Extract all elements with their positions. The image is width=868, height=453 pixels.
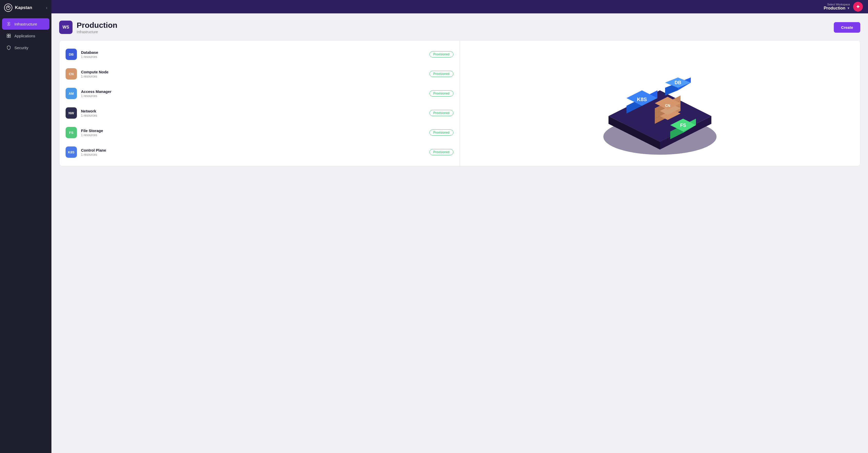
resource-item[interactable]: K8S Control Plane 1 resources Provisione… [59,142,460,162]
page-header: WS Production Infrastructure Create [59,21,860,34]
sidebar-nav: Infrastructure Applications [0,16,52,56]
avatar[interactable]: ✚ [853,2,863,11]
page-subtitle: Infrastructure [76,30,117,34]
provisioned-badge: Provisioned [430,71,454,77]
resource-icon-cn: CN [66,68,77,80]
resource-icon-fs: FS [66,127,77,138]
applications-icon [6,33,11,38]
resource-count: 1 resources [81,55,425,59]
resource-info: Control Plane 1 resources [81,148,425,157]
page-header-left: WS Production Infrastructure [59,21,117,34]
ws-badge: WS [59,21,72,34]
resource-name: File Storage [81,129,425,133]
svg-text:DB: DB [675,80,681,85]
provisioned-badge: Provisioned [430,149,454,155]
resource-info: Database 1 resources [81,50,425,59]
sidebar-item-security[interactable]: Security [2,42,50,53]
resource-info: File Storage 1 resources [81,129,425,137]
brand-logo [4,4,12,12]
resource-icon-db: DB [66,49,77,60]
topbar: Select Workspace Production ▼ ✚ [52,0,868,13]
resource-info: Compute Node 1 resources [81,70,425,78]
resource-item[interactable]: DB Database 1 resources Provisioned [59,45,460,64]
sidebar-security-label: Security [14,46,28,50]
resource-icon-k8s: K8S [66,146,77,158]
resource-info: Network 1 resources [81,109,425,117]
illustration-panel: K8S DB [460,40,860,166]
provisioned-badge: Provisioned [430,110,454,116]
page-content: WS Production Infrastructure Create DB D… [52,13,868,453]
page-title: Production [76,21,117,29]
resource-name: Control Plane [81,148,425,152]
svg-point-1 [8,23,9,25]
workspace-name: Production ▼ [824,6,850,10]
sidebar-item-infrastructure[interactable]: Infrastructure [2,18,50,30]
svg-text:K8S: K8S [637,96,647,102]
svg-rect-3 [9,34,10,35]
svg-text:CN: CN [665,104,670,108]
avatar-icon: ✚ [857,5,860,9]
security-icon [6,45,11,50]
infrastructure-icon [6,21,11,27]
svg-text:FS: FS [680,123,686,128]
iso-scene: K8S DB [465,46,855,161]
sidebar-item-applications[interactable]: Applications [2,30,50,41]
workspace-chevron-icon: ▼ [847,6,850,10]
svg-rect-2 [7,34,8,35]
page-title-group: Production Infrastructure [76,21,117,34]
resource-icon-am: AM [66,88,77,99]
provisioned-badge: Provisioned [430,90,454,96]
sidebar-header: Kapstan ‹ [0,0,52,16]
collapse-icon[interactable]: ‹ [46,6,47,10]
create-button[interactable]: Create [834,22,860,33]
resource-name: Access Manager [81,89,425,94]
resource-icon-nw: NW [66,107,77,119]
resource-item[interactable]: AM Access Manager 1 resources Provisione… [59,84,460,103]
resource-count: 1 resources [81,114,425,117]
resource-list: DB Database 1 resources Provisioned CN C… [59,40,460,166]
resource-name: Database [81,50,425,55]
resource-name: Network [81,109,425,113]
resource-item[interactable]: CN Compute Node 1 resources Provisioned [59,64,460,84]
sidebar-applications-label: Applications [14,34,35,38]
resource-count: 1 resources [81,94,425,98]
resource-count: 1 resources [81,75,425,78]
workspace-selector[interactable]: Select Workspace Production ▼ [824,3,850,10]
brand-name: Kapstan [15,5,32,10]
sidebar-infrastructure-label: Infrastructure [14,22,37,26]
main-area: Select Workspace Production ▼ ✚ WS Produ… [52,0,868,453]
provisioned-badge: Provisioned [430,51,454,57]
svg-rect-4 [7,36,8,37]
provisioned-badge: Provisioned [430,130,454,136]
resource-count: 1 resources [81,153,425,157]
svg-rect-5 [9,36,10,37]
resource-count: 1 resources [81,133,425,137]
resource-item[interactable]: FS File Storage 1 resources Provisioned [59,123,460,142]
resource-item[interactable]: NW Network 1 resources Provisioned [59,103,460,123]
resource-info: Access Manager 1 resources [81,89,425,98]
resource-name: Compute Node [81,70,425,74]
content-grid: DB Database 1 resources Provisioned CN C… [59,40,860,166]
workspace-label: Select Workspace [827,3,850,6]
sidebar: Kapstan ‹ Infrastructure [0,0,52,453]
